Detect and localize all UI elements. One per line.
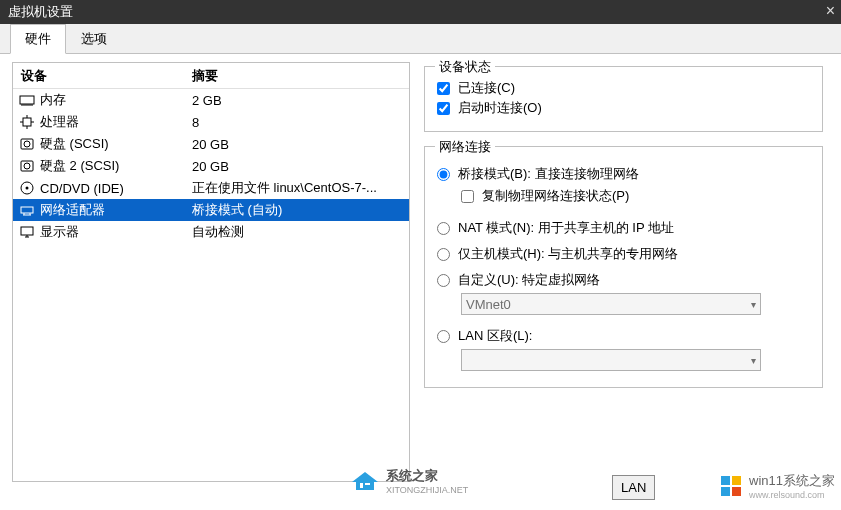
hostonly-label: 仅主机模式(H): 与主机共享的专用网络 bbox=[458, 245, 678, 263]
custom-vmnet-value: VMnet0 bbox=[466, 297, 511, 312]
network-group: 网络连接 桥接模式(B): 直接连接物理网络 复制物理网络连接状态(P) NAT… bbox=[424, 146, 823, 388]
tab-bar: 硬件 选项 bbox=[0, 24, 841, 54]
bridged-radio[interactable] bbox=[437, 168, 450, 181]
lan-segment-select: ▾ bbox=[461, 349, 761, 371]
watermark2-name: win11系统之家 bbox=[749, 473, 835, 488]
list-header: 设备 摘要 bbox=[13, 63, 409, 89]
connect-at-start-label: 启动时连接(O) bbox=[458, 99, 542, 117]
watermark1-url: XITONGZHIJIA.NET bbox=[386, 485, 468, 495]
device-name: 内存 bbox=[40, 91, 66, 109]
watermark-xitongzhijia: 系统之家 XITONGZHIJIA.NET bbox=[350, 467, 468, 495]
device-status-legend: 设备状态 bbox=[435, 58, 495, 76]
list-row[interactable]: 处理器8 bbox=[13, 111, 409, 133]
titlebar: 虚拟机设置 × bbox=[0, 0, 841, 24]
detail-panel: 设备状态 已连接(C) 启动时连接(O) 网络连接 桥接模式(B): 直接连接物… bbox=[424, 62, 831, 506]
tab-hardware[interactable]: 硬件 bbox=[10, 24, 66, 54]
device-name: 网络适配器 bbox=[40, 201, 105, 219]
win11-icon bbox=[719, 474, 743, 498]
svg-rect-4 bbox=[732, 476, 741, 485]
device-summary: 正在使用文件 linux\CentOS-7-... bbox=[188, 179, 409, 197]
custom-vmnet-select: VMnet0 ▾ bbox=[461, 293, 761, 315]
hostonly-radio[interactable] bbox=[437, 248, 450, 261]
device-summary: 2 GB bbox=[188, 93, 409, 108]
device-name: CD/DVD (IDE) bbox=[40, 181, 124, 196]
list-row[interactable]: CD/DVD (IDE)正在使用文件 linux\CentOS-7-... bbox=[13, 177, 409, 199]
replicate-label: 复制物理网络连接状态(P) bbox=[482, 187, 629, 205]
svg-rect-2 bbox=[365, 483, 370, 485]
close-icon[interactable]: × bbox=[826, 2, 835, 20]
device-name: 硬盘 2 (SCSI) bbox=[40, 157, 119, 175]
svg-rect-3 bbox=[721, 476, 730, 485]
lan-radio[interactable] bbox=[437, 330, 450, 343]
watermark1-name: 系统之家 bbox=[386, 468, 438, 483]
lan-segments-button[interactable]: LAN bbox=[612, 475, 655, 500]
house-icon bbox=[350, 470, 380, 492]
replicate-checkbox-row[interactable]: 复制物理网络连接状态(P) bbox=[461, 187, 810, 205]
hardware-list: 设备 摘要 内存2 GB处理器8硬盘 (SCSI)20 GB硬盘 2 (SCSI… bbox=[12, 62, 410, 482]
svg-rect-5 bbox=[721, 487, 730, 496]
hdd-icon bbox=[19, 158, 35, 174]
svg-marker-0 bbox=[352, 472, 378, 490]
watermark2-url: www.relsound.com bbox=[749, 490, 835, 500]
cd-icon bbox=[19, 180, 35, 196]
tab-options[interactable]: 选项 bbox=[66, 24, 122, 53]
list-row[interactable]: 网络适配器桥接模式 (自动) bbox=[13, 199, 409, 221]
list-row[interactable]: 硬盘 (SCSI)20 GB bbox=[13, 133, 409, 155]
device-name: 处理器 bbox=[40, 113, 79, 131]
nat-label: NAT 模式(N): 用于共享主机的 IP 地址 bbox=[458, 219, 674, 237]
custom-label: 自定义(U): 特定虚拟网络 bbox=[458, 271, 600, 289]
lan-label: LAN 区段(L): bbox=[458, 327, 532, 345]
header-device: 设备 bbox=[13, 67, 188, 85]
network-legend: 网络连接 bbox=[435, 138, 495, 156]
device-name: 硬盘 (SCSI) bbox=[40, 135, 109, 153]
watermark-win11: win11系统之家 www.relsound.com bbox=[719, 472, 835, 500]
nat-radio-row[interactable]: NAT 模式(N): 用于共享主机的 IP 地址 bbox=[437, 219, 810, 237]
device-name: 显示器 bbox=[40, 223, 79, 241]
device-summary: 桥接模式 (自动) bbox=[188, 201, 409, 219]
list-row[interactable]: 内存2 GB bbox=[13, 89, 409, 111]
connect-at-start-checkbox[interactable] bbox=[437, 102, 450, 115]
chevron-down-icon: ▾ bbox=[751, 355, 756, 366]
hostonly-radio-row[interactable]: 仅主机模式(H): 与主机共享的专用网络 bbox=[437, 245, 810, 263]
net-icon bbox=[19, 202, 35, 218]
connect-at-start-checkbox-row[interactable]: 启动时连接(O) bbox=[437, 99, 810, 117]
svg-rect-1 bbox=[360, 483, 363, 488]
window-title: 虚拟机设置 bbox=[8, 3, 73, 21]
device-summary: 20 GB bbox=[188, 137, 409, 152]
svg-rect-6 bbox=[732, 487, 741, 496]
device-summary: 8 bbox=[188, 115, 409, 130]
display-icon bbox=[19, 224, 35, 240]
hdd-icon bbox=[19, 136, 35, 152]
memory-icon bbox=[19, 92, 35, 108]
connected-checkbox[interactable] bbox=[437, 82, 450, 95]
nat-radio[interactable] bbox=[437, 222, 450, 235]
custom-radio[interactable] bbox=[437, 274, 450, 287]
list-row[interactable]: 显示器自动检测 bbox=[13, 221, 409, 243]
custom-radio-row[interactable]: 自定义(U): 特定虚拟网络 bbox=[437, 271, 810, 289]
device-summary: 20 GB bbox=[188, 159, 409, 174]
replicate-checkbox[interactable] bbox=[461, 190, 474, 203]
connected-checkbox-row[interactable]: 已连接(C) bbox=[437, 79, 810, 97]
bridged-label: 桥接模式(B): 直接连接物理网络 bbox=[458, 165, 639, 183]
lan-radio-row[interactable]: LAN 区段(L): bbox=[437, 327, 810, 345]
header-summary: 摘要 bbox=[188, 67, 409, 85]
device-summary: 自动检测 bbox=[188, 223, 409, 241]
chevron-down-icon: ▾ bbox=[751, 299, 756, 310]
device-status-group: 设备状态 已连接(C) 启动时连接(O) bbox=[424, 66, 823, 132]
cpu-icon bbox=[19, 114, 35, 130]
connected-label: 已连接(C) bbox=[458, 79, 515, 97]
list-row[interactable]: 硬盘 2 (SCSI)20 GB bbox=[13, 155, 409, 177]
bridged-radio-row[interactable]: 桥接模式(B): 直接连接物理网络 bbox=[437, 165, 810, 183]
